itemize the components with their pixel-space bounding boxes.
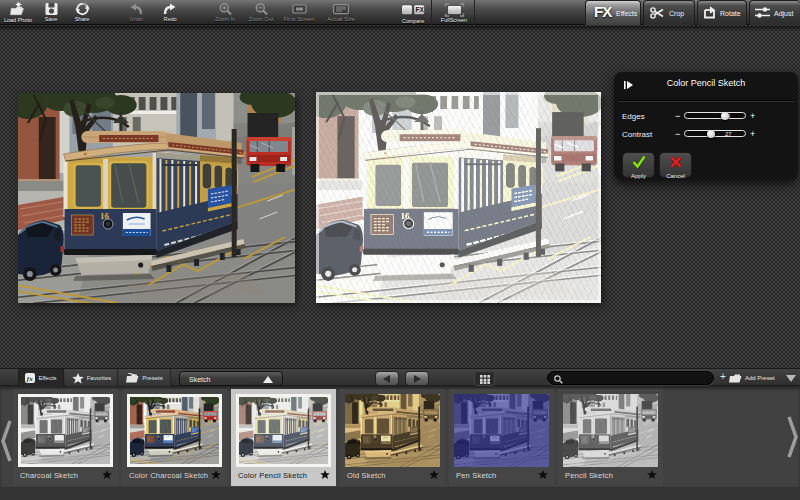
- svg-text:fx: fx: [27, 375, 33, 383]
- svg-text:FX: FX: [416, 6, 425, 13]
